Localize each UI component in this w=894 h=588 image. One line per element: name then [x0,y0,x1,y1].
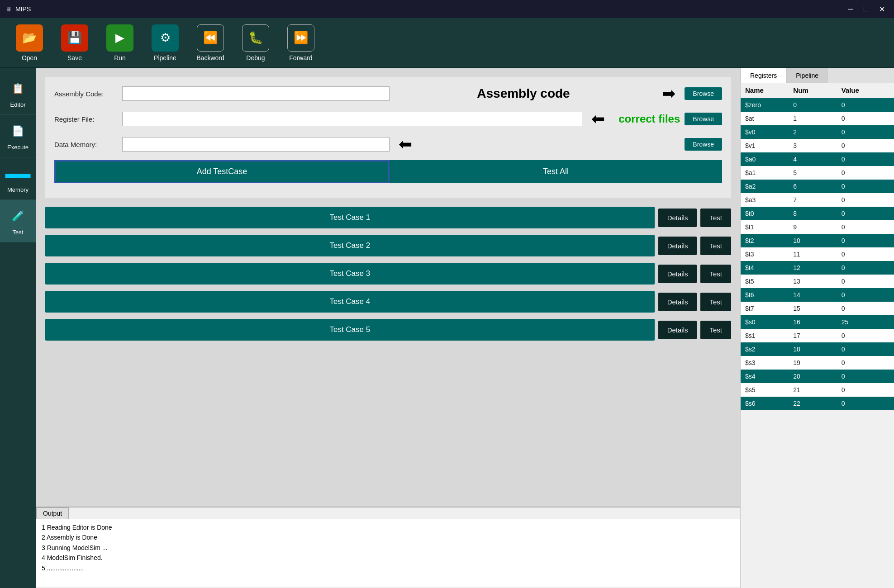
test-case-4-label: Test Case 4 [45,291,655,313]
reg-value: 0 [842,251,889,258]
register-row: $t080 [741,207,894,220]
register-row: $a260 [741,180,894,193]
register-row: $a370 [741,193,894,207]
test-case-3-test-button[interactable]: Test [700,265,731,283]
reg-value: 0 [842,128,889,136]
pipeline-label: Pipeline [154,54,176,62]
register-row: $a150 [741,166,894,180]
data-memory-row: Data Memory: ⬅ Browse [54,135,722,154]
reg-name: $s0 [745,318,793,326]
app-title: MIPS [15,5,31,13]
data-memory-input[interactable] [122,137,390,152]
register-table: $zero00$at10$v020$v130$a040$a150$a260$a3… [741,98,894,588]
register-row: $a040 [741,152,894,166]
reg-name: $a1 [745,169,793,176]
sidebar-item-test[interactable]: 🧪 Test [0,200,36,242]
reg-value: 0 [842,183,889,190]
assembly-title: Assembly code [394,86,653,101]
sidebar-item-execute[interactable]: 📄 Execute [0,115,36,157]
reg-num: 14 [793,291,841,299]
test-case-4-test-button[interactable]: Test [700,293,731,311]
reg-value: 0 [842,305,889,312]
backward-icon: ⏪ [197,24,224,52]
sidebar-item-editor[interactable]: 📋 Editor [0,72,36,115]
assembly-code-label: Assembly Code: [54,90,118,98]
reg-num: 10 [793,237,841,244]
pipeline-button[interactable]: ⚙ Pipeline [145,24,185,62]
reg-value: 0 [842,278,889,285]
test-case-1-details-button[interactable]: Details [658,209,697,227]
reg-value: 0 [842,223,889,231]
reg-num: 9 [793,223,841,231]
output-tab[interactable]: Output [36,507,69,519]
sidebar-item-memory[interactable]: ▬▬ Memory [0,157,36,200]
register-row: $s01625 [741,315,894,329]
titlebar-left: 🖥 MIPS [5,5,31,13]
register-row: $t2100 [741,234,894,247]
test-case-2-test-button[interactable]: Test [700,237,731,255]
output-line-5: 5 ..................... [42,563,735,573]
pipeline-tab[interactable]: Pipeline [786,68,828,83]
register-row: $s4200 [741,370,894,383]
data-memory-label: Data Memory: [54,141,118,148]
open-button[interactable]: 📂 Open [9,24,50,62]
reg-num: 13 [793,278,841,285]
test-case-5-details-button[interactable]: Details [658,321,697,339]
execute-label: Execute [7,144,29,151]
action-row: Add TestCase Test All [54,160,722,183]
test-case-row: Test Case 5 Details Test [45,319,731,341]
debug-button[interactable]: 🐛 Debug [235,24,276,62]
backward-button[interactable]: ⏪ Backword [190,24,231,62]
registers-tab[interactable]: Registers [741,68,786,83]
titlebar: 🖥 MIPS ─ □ ✕ [0,0,894,18]
toolbar: 📂 Open 💾 Save ▶ Run ⚙ Pipeline ⏪ Backwor… [0,18,894,68]
test-case-3-details-button[interactable]: Details [658,265,697,283]
test-case-4-details-button[interactable]: Details [658,293,697,311]
register-row: $s1170 [741,329,894,342]
debug-label: Debug [246,54,265,62]
register-file-input[interactable] [122,112,582,126]
save-label: Save [67,54,82,62]
reg-num: 21 [793,386,841,394]
right-panel: Registers Pipeline Name Num Value $zero0… [740,68,894,588]
save-button[interactable]: 💾 Save [54,24,95,62]
close-button[interactable]: ✕ [875,3,889,15]
test-case-5-test-button[interactable]: Test [700,321,731,339]
assembly-code-input[interactable] [122,86,390,101]
output-line-4: 4 ModelSim Finished. [42,553,735,563]
reg-name: $at [745,115,793,122]
run-button[interactable]: ▶ Run [100,24,140,62]
maximize-button[interactable]: □ [860,3,872,15]
register-file-row: Register File: ⬅ correct files Browse [54,109,722,128]
reg-num: 22 [793,400,841,407]
forward-icon: ⏩ [287,24,314,52]
forward-label: Forward [289,54,312,62]
reg-value: 0 [842,115,889,122]
reg-name: $a2 [745,183,793,190]
reg-num: 12 [793,264,841,271]
test-case-1-test-button[interactable]: Test [700,209,731,227]
reg-value: 0 [842,400,889,407]
register-file-label: Register File: [54,115,118,123]
editor-icon: 📋 [8,79,28,99]
reg-num: 0 [793,101,841,109]
minimize-button[interactable]: ─ [844,3,856,15]
reg-num: 8 [793,210,841,217]
arrow-right-icon: ➡ [662,84,675,103]
register-row: $t6140 [741,288,894,302]
reg-num: 6 [793,183,841,190]
assembly-browse-button[interactable]: Browse [685,87,722,100]
test-all-button[interactable]: Test All [390,160,722,183]
forward-button[interactable]: ⏩ Forward [281,24,321,62]
memory-icon: ▬▬ [8,164,28,184]
reg-value: 0 [842,346,889,353]
reg-name: $zero [745,101,793,109]
add-testcase-button[interactable]: Add TestCase [54,160,390,183]
output-line-1: 1 Reading Editor is Done [42,522,735,532]
col-num: Num [793,86,841,94]
test-case-2-details-button[interactable]: Details [658,237,697,255]
register-row: $v020 [741,125,894,139]
register-browse-button[interactable]: Browse [685,113,722,125]
data-memory-browse-button[interactable]: Browse [685,138,722,151]
reg-name: $s1 [745,332,793,339]
